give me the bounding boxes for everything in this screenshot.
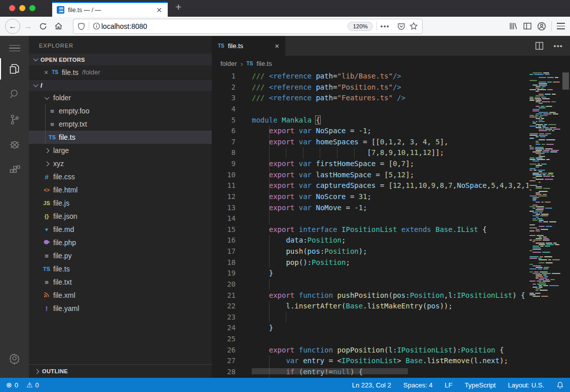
code-line[interactable]: 20 [212, 279, 570, 290]
code-line[interactable]: 4 [212, 104, 570, 115]
tree-item-file-yaml[interactable]: !file.yaml [29, 302, 212, 315]
bookmark-star-icon[interactable] [409, 22, 418, 30]
editor-tab-filets[interactable]: TS file.ts × [212, 36, 285, 56]
tree-item-file-js[interactable]: JSfile.js [29, 197, 212, 210]
code-line[interactable]: 7 export var homeSpaces = [[0,1,2, 3, 4,… [212, 137, 570, 148]
status-language[interactable]: TypeScript [465, 381, 496, 389]
horizontal-scrollbar-thumb[interactable] [252, 368, 408, 374]
new-tab-button[interactable]: + [175, 1, 181, 13]
code-token [252, 138, 269, 146]
code-line[interactable]: 2/// <reference path="Position.ts"/> [212, 82, 570, 93]
debug-view-icon[interactable] [0, 132, 29, 158]
reload-button[interactable] [35, 19, 51, 34]
tree-item-file-xml[interactable]: file.xml [29, 289, 212, 302]
home-button[interactable] [51, 19, 66, 34]
tree-item-empty-txt[interactable]: ≡empty.txt [29, 117, 212, 131]
code-line[interactable]: 22 l.insertAfter(Base.listMakeEntry(pos)… [212, 301, 570, 312]
explorer-view-icon[interactable] [0, 56, 29, 82]
code-line[interactable]: 10 export var lastHomeSpace = [5,12]; [212, 170, 570, 181]
status-cursor-position[interactable]: Ln 223, Col 2 [352, 381, 391, 389]
status-eol[interactable]: LF [445, 381, 452, 389]
warnings-icon[interactable]: ⚠ [26, 381, 33, 389]
zoom-level-badge[interactable]: 120% [348, 22, 372, 31]
minimap[interactable] [528, 71, 561, 297]
errors-icon[interactable]: ⊗ [6, 381, 12, 389]
code-line[interactable]: 12 export var NoScore = 31; [212, 191, 570, 203]
settings-gear-icon[interactable] [0, 345, 29, 371]
tree-item-file-json[interactable]: {}file.json [29, 210, 212, 223]
status-keyboard-layout[interactable]: Layout: U.S. [508, 381, 544, 389]
more-actions-icon[interactable]: ••• [554, 42, 563, 50]
outline-section-header[interactable]: OUTLINE [29, 364, 212, 378]
forward-button[interactable]: → [20, 19, 35, 34]
status-indentation[interactable]: Spaces: 4 [403, 381, 433, 389]
split-editor-icon[interactable] [535, 42, 544, 50]
tree-item-file-html[interactable]: <>file.html [29, 183, 212, 197]
search-view-icon[interactable] [0, 82, 29, 107]
extensions-view-icon[interactable] [0, 158, 29, 183]
tab-close-icon[interactable]: ✕ [155, 6, 163, 14]
code-line[interactable]: 11 export var capturedSpaces = [12,11,10… [212, 180, 570, 191]
page-actions-icon[interactable]: ••• [381, 22, 390, 30]
code-line[interactable]: 3/// <reference path="Features.ts" /> [212, 93, 570, 104]
minimize-window-button[interactable] [19, 5, 25, 11]
warnings-count[interactable]: 0 [35, 381, 39, 389]
vertical-scrollbar[interactable] [561, 71, 570, 378]
code-line[interactable]: 23 [212, 312, 570, 323]
code-line[interactable]: 15 export interface IPositionList extend… [212, 224, 570, 236]
tree-item-file-txt[interactable]: ≡file.txt [29, 276, 212, 289]
site-info-icon[interactable] [93, 22, 100, 30]
code-line[interactable]: 19 } [212, 268, 570, 279]
workspace-root-header[interactable]: / [29, 79, 212, 91]
code-line[interactable]: 5module Mankala { [212, 115, 570, 126]
close-window-button[interactable] [9, 5, 15, 11]
close-tab-icon[interactable]: × [275, 42, 279, 50]
code-line[interactable]: 14 [212, 213, 570, 224]
tree-item-folder[interactable]: folder [29, 91, 212, 104]
code-line[interactable]: 21 export function pushPosition(pos:Posi… [212, 290, 570, 301]
tree-item-file-ts[interactable]: TSfile.ts [29, 131, 212, 144]
tree-item-file-md[interactable]: ▼file.md [29, 223, 212, 236]
tree-item-file-php[interactable]: file.php [29, 236, 212, 249]
back-button[interactable]: ← [5, 19, 20, 34]
tracking-protection-shield-icon[interactable] [78, 22, 85, 30]
code-line[interactable]: 13 export var NoMove = -1; [212, 203, 570, 214]
url-text[interactable]: localhost:8080 [101, 22, 147, 30]
tree-item-large[interactable]: large [29, 144, 212, 157]
code-line[interactable]: 26 export function popPosition(l:IPositi… [212, 345, 570, 356]
tree-item-file-ts[interactable]: TSfile.ts [29, 262, 212, 276]
tree-item-file-css[interactable]: #file.css [29, 170, 212, 183]
code-line[interactable]: 17 push(pos:Position); [212, 246, 570, 257]
library-icon[interactable] [509, 22, 518, 30]
account-icon[interactable] [537, 22, 546, 31]
menu-icon[interactable] [557, 23, 565, 29]
code-line[interactable]: 18 pop():Position; [212, 257, 570, 268]
breadcrumb-file[interactable]: file.ts [256, 60, 272, 67]
errors-count[interactable]: 0 [15, 381, 18, 389]
open-editors-header[interactable]: OPEN EDITORS [29, 54, 212, 65]
vertical-scrollbar-thumb[interactable] [562, 72, 569, 90]
vscode-menu-icon[interactable] [0, 40, 29, 56]
tree-item-xyz[interactable]: xyz [29, 157, 212, 170]
sidebars-icon[interactable] [523, 22, 532, 30]
code-line[interactable]: 16 data:Position; [212, 235, 570, 246]
tree-item-empty-foo[interactable]: ≡empty.foo [29, 104, 212, 117]
pocket-icon[interactable] [397, 22, 405, 30]
close-editor-icon[interactable]: × [44, 68, 48, 76]
code-editor[interactable]: 1/// <reference path="lib/Base.ts"/>2///… [212, 71, 570, 378]
browser-tab[interactable]: file.ts — / — ✕ [52, 2, 168, 17]
zoom-window-button[interactable] [29, 5, 35, 11]
code-line[interactable]: 9 export var firstHomeSpace = [0,7]; [212, 159, 570, 170]
code-line[interactable]: 1/// <reference path="lib/Base.ts"/> [212, 71, 570, 82]
code-line[interactable]: 25 [212, 334, 570, 345]
code-line[interactable]: 27 var entry = <IPositionList> Base.list… [212, 356, 570, 367]
code-line[interactable]: 24 } [212, 323, 570, 334]
tree-item-file-py[interactable]: ≡file.py [29, 249, 212, 262]
url-bar[interactable]: localhost:8080 120% ••• [73, 19, 423, 34]
code-line[interactable]: 6 export var NoSpace = -1; [212, 126, 570, 137]
code-line[interactable]: 8 [7,8,9,10,11,12]]; [212, 147, 570, 159]
open-editor-item[interactable]: × TS file.ts /folder [29, 65, 212, 79]
breadcrumb-folder[interactable]: folder [220, 60, 237, 67]
notifications-bell-icon[interactable] [556, 381, 564, 389]
source-control-icon[interactable] [0, 107, 29, 132]
